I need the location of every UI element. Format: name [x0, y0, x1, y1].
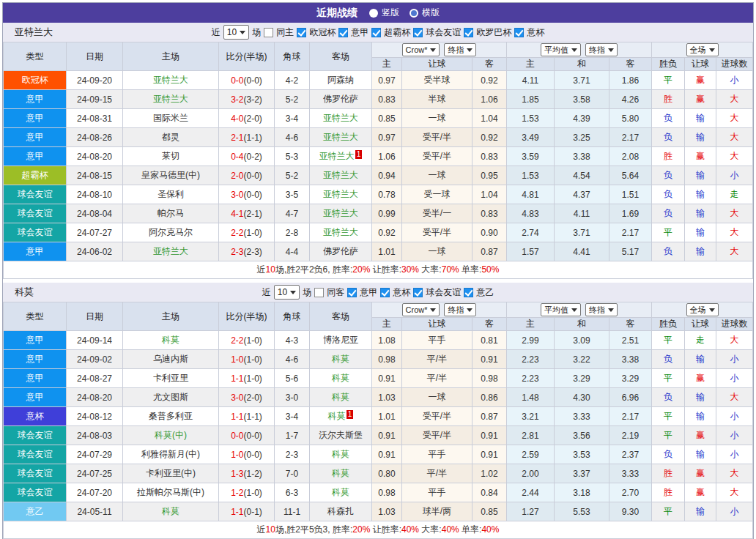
same-venue-checkbox[interactable]: [314, 288, 324, 297]
match-count-select[interactable]: 10: [274, 285, 300, 300]
result-winloss: 负: [652, 242, 685, 261]
away-team-name: 科莫: [332, 468, 349, 478]
match-count-select[interactable]: 10: [223, 25, 249, 40]
odds-home: 0.98: [372, 350, 402, 369]
summary-segment: 近: [257, 524, 266, 535]
odds-dropdown-cell: Crow* 终指: [372, 42, 507, 58]
avg-home: 4.11: [507, 71, 555, 90]
league-checkbox-label: 欧罗巴杯: [476, 26, 511, 39]
home-team-name: 卡利亚里: [153, 373, 188, 383]
avg-source-select[interactable]: 平均值: [541, 43, 581, 56]
odds-handicap: 一球: [402, 242, 472, 261]
home-team-name: 国际米兰: [153, 113, 188, 123]
result-value: 小: [730, 354, 739, 364]
away-team: 科森扎: [310, 502, 372, 521]
result-value: 输: [696, 449, 705, 459]
avg-draw: 4.41: [555, 242, 609, 261]
summary-text: 近10场,胜2平2负6, 胜率:20% 让胜率:30% 大率:70% 单率:50…: [4, 261, 753, 279]
home-team: 圣保利: [123, 185, 219, 204]
avg-index-select[interactable]: 终指: [585, 303, 618, 316]
odds-source-select[interactable]: Crow*: [402, 303, 440, 316]
away-team-name: 科莫: [332, 449, 349, 459]
odds-index-select[interactable]: 终指: [444, 303, 476, 316]
result-value: 平: [664, 411, 672, 421]
score-cell: 1-3(1-2): [219, 464, 275, 483]
away-team: 科莫1: [310, 407, 372, 426]
page-title: 近期战绩: [316, 7, 357, 20]
score-cell: 1-1(1-1): [219, 407, 275, 426]
score-cell: 4-1(2-1): [219, 204, 275, 223]
summary-segment: 20%: [352, 524, 370, 535]
odds-away: 0.84: [472, 483, 507, 502]
odds-source-select[interactable]: Crow*: [402, 43, 440, 56]
corners-cell: 11-1: [275, 502, 310, 521]
result-handicap: 赢: [685, 71, 716, 90]
avg-draw: 4.37: [555, 185, 609, 204]
league-checkbox[interactable]: [514, 28, 524, 37]
scope-select[interactable]: 全场: [686, 43, 719, 56]
titlebar: 近期战绩 竖版 横版: [3, 3, 753, 23]
radio-option-vertical[interactable]: 竖版: [369, 7, 399, 19]
scope-select[interactable]: 全场: [686, 303, 719, 316]
match-date: 24-08-20: [67, 147, 123, 166]
avg-dropdown-cell: 平均值 终指: [507, 302, 652, 318]
fulltime-score: 1-0: [231, 450, 243, 460]
league-checkbox[interactable]: [413, 288, 423, 297]
home-team-name: 卡利亚里(中): [146, 468, 196, 478]
odds-home: 0.99: [372, 204, 402, 223]
league-checkbox[interactable]: [347, 288, 357, 297]
red-card-badge: 1: [355, 150, 363, 159]
result-goals: 大: [716, 331, 753, 350]
league-checkbox[interactable]: [297, 28, 306, 37]
league-checkbox[interactable]: [371, 28, 381, 37]
away-team: 亚特兰大: [310, 204, 372, 223]
scope-value: 全场: [690, 305, 706, 316]
league-checkbox[interactable]: [413, 28, 423, 37]
summary-segment: 单率:: [459, 524, 482, 535]
avg-home: 4.81: [507, 185, 555, 204]
match-date: 24-08-12: [67, 407, 123, 426]
league-checkbox[interactable]: [380, 288, 390, 297]
odds-away: 1.02: [472, 464, 507, 483]
avg-index-select[interactable]: 终指: [585, 43, 618, 56]
match-row: 球会友谊24-08-10圣保利3-0(0-0)3-5亚特兰大0.78受一球1.0…: [4, 185, 753, 204]
result-winloss: 平: [652, 502, 685, 521]
col-header-home: 主场: [123, 42, 219, 71]
league-checkbox[interactable]: [464, 28, 473, 37]
odds-index-select[interactable]: 终指: [444, 43, 476, 56]
away-team-name: 亚特兰大: [323, 208, 358, 218]
result-value: 平: [664, 335, 672, 345]
fulltime-score: 3-0: [231, 393, 243, 403]
scope-dropdown-cell: 全场: [652, 42, 753, 58]
radio-unselected-icon[interactable]: [410, 9, 418, 18]
result-goals: 小: [716, 71, 753, 90]
away-team: 科莫: [310, 464, 372, 483]
halftime-score: (1-0): [244, 373, 262, 384]
avg-source-select[interactable]: 平均值: [541, 303, 581, 316]
league-checkbox-label: 欧冠杯: [309, 26, 336, 39]
result-value: 输: [696, 411, 705, 421]
radio-selected-icon[interactable]: [369, 9, 378, 18]
league-badge: 意甲: [4, 242, 67, 261]
odds-handicap: 平/半: [402, 464, 472, 483]
radio-option-horizontal[interactable]: 横版: [410, 7, 440, 19]
match-date: 24-09-02: [67, 350, 123, 369]
result-value: 大: [730, 246, 739, 256]
summary-segment: 70%: [442, 264, 459, 275]
result-winloss: 负: [652, 388, 685, 407]
match-row: 意甲24-09-15亚特兰大3-2(3-2)5-2佛罗伦萨0.83半球1.061…: [4, 90, 753, 109]
result-value: 赢: [696, 468, 705, 478]
home-team: 亚特兰大: [123, 71, 219, 90]
league-checkbox[interactable]: [464, 288, 473, 297]
same-venue-label: 同客: [327, 286, 344, 299]
result-value: 小: [730, 449, 739, 459]
match-row: 意甲24-08-26都灵2-1(1-1)4-6亚特兰大0.97受平/半0.923…: [4, 128, 753, 147]
away-team-name: 科莫: [332, 373, 349, 383]
result-winloss: 平: [652, 426, 685, 445]
col-header-away: 客场: [310, 302, 372, 331]
chevron-down-icon: [709, 48, 715, 52]
result-value: 小: [730, 430, 739, 440]
same-venue-checkbox[interactable]: [264, 28, 273, 37]
odds-handicap: 平手: [402, 483, 472, 502]
league-checkbox[interactable]: [338, 28, 348, 37]
